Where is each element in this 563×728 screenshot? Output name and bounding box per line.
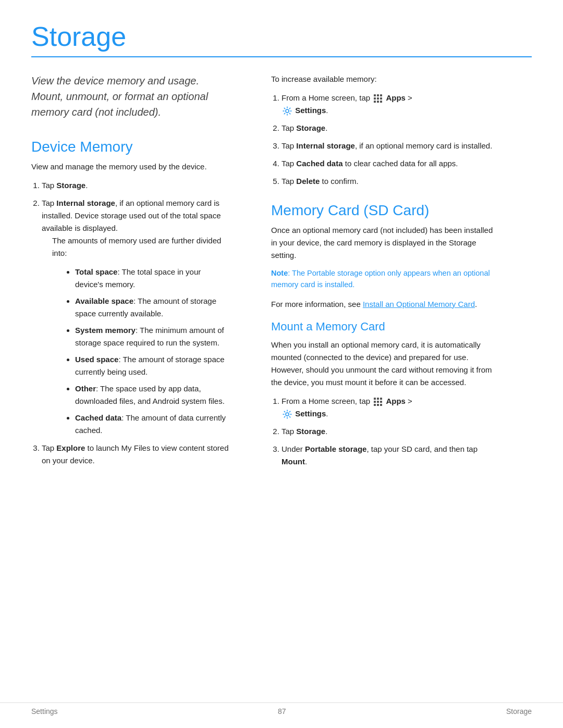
svg-rect-16 [374,404,376,406]
page: Storage View the device memory and usage… [0,0,563,728]
list-item: Other: The space used by app data, downl… [75,382,229,408]
apps-icon [373,94,383,103]
intro-text: View the device memory and usage. Mount,… [31,73,229,120]
device-memory-title: Device Memory [31,139,229,155]
footer-right: Storage [506,707,532,715]
other-bold: Other [75,384,96,393]
list-item: Under Portable storage, tap your SD card… [282,443,500,468]
available-space-bold: Available space [75,297,133,305]
two-column-layout: View the device memory and usage. Mount,… [0,73,563,474]
internal-storage-bold: Internal storage [56,199,115,207]
title-divider [31,56,532,57]
storage-bold-1: Storage [56,181,85,190]
list-item: Tap Storage. [282,122,500,134]
svg-point-19 [286,413,289,416]
svg-rect-10 [374,398,376,400]
svg-rect-4 [377,97,379,100]
list-item: Tap Internal storage, if an optional mem… [282,140,500,152]
list-item: Cached data: The amount of data currentl… [75,412,229,437]
used-space-bold: Used space [75,355,118,364]
indent-block: The amounts of memory used are further d… [52,235,229,437]
settings-label-2: Settings [295,409,326,418]
left-column: View the device memory and usage. Mount,… [0,73,250,474]
svg-rect-11 [377,398,379,400]
settings-icon [283,106,292,116]
svg-rect-12 [380,398,382,400]
svg-rect-17 [377,404,379,406]
portable-storage-bold: Portable storage [305,445,366,453]
memory-card-sd-description: Once an optional memory card (not includ… [271,224,500,262]
install-optional-link[interactable]: Install an Optional Memory Card [363,300,475,309]
bullet-list: Total space: The total space in your dev… [63,266,229,437]
list-item: Tap Delete to confirm. [282,175,500,188]
svg-rect-6 [374,101,376,103]
list-item: From a Home screen, tap Apps > [282,395,500,420]
list-item: Tap Internal storage, if an optional mem… [42,197,229,437]
system-memory-bold: System memory [75,326,136,335]
right-column: To increase available memory: From a Hom… [250,73,532,474]
list-item: System memory: The minimum amount of sto… [75,324,229,349]
list-item: Available space: The amount of storage s… [75,295,229,320]
cached-data-bold: Cached data [75,413,121,422]
mount-memory-title: Mount a Memory Card [271,320,500,334]
increase-memory-steps: From a Home screen, tap Apps > [271,92,500,188]
list-item: From a Home screen, tap Apps > [282,92,500,117]
indent-para: The amounts of memory used are further d… [52,235,229,260]
settings-label: Settings [295,106,326,115]
svg-rect-1 [377,94,379,96]
svg-rect-8 [380,101,382,103]
svg-rect-3 [374,97,376,100]
total-space-bold: Total space [75,267,117,276]
delete-bold: Delete [296,177,320,186]
footer: Settings 87 Storage [0,702,563,715]
mount-bold: Mount [282,457,305,466]
cached-data-bold-2: Cached data [296,159,342,168]
list-item: Tap Storage. [282,425,500,438]
svg-rect-2 [380,94,382,96]
svg-rect-14 [377,401,379,403]
svg-rect-5 [380,97,382,100]
footer-center: 87 [278,707,286,715]
see-also-text: For more information, see Install an Opt… [271,298,500,311]
list-item: Tap Storage. [42,179,229,192]
svg-rect-15 [380,401,382,403]
mount-memory-description: When you install an optional memory card… [271,339,500,389]
increase-memory-intro: To increase available memory: [271,73,500,85]
svg-point-9 [286,109,289,113]
list-item: Used space: The amount of storage space … [75,353,229,378]
device-memory-description: View and manage the memory used by the d… [31,161,229,173]
storage-bold-2: Storage [296,124,325,132]
apps-icon-2 [373,397,383,406]
device-memory-steps: Tap Storage. Tap Internal storage, if an… [31,179,229,467]
settings-icon-2 [283,410,292,419]
list-item: Total space: The total space in your dev… [75,266,229,291]
note-text: Note: The Portable storage option only a… [271,268,500,291]
apps-label: Apps [386,93,406,102]
list-item: Tap Explore to launch My Files to view c… [42,442,229,467]
memory-card-sd-title: Memory Card (SD Card) [271,202,500,219]
page-title: Storage [31,21,532,52]
svg-rect-13 [374,401,376,403]
svg-rect-0 [374,94,376,96]
apps-label-2: Apps [386,397,406,405]
mount-memory-steps: From a Home screen, tap Apps > [271,395,500,468]
footer-left: Settings [31,707,58,715]
svg-rect-7 [377,101,379,103]
internal-storage-bold-2: Internal storage [296,141,355,150]
header-section: Storage [0,0,563,57]
note-bold: Note [271,269,288,277]
list-item: Tap Cached data to clear cached data for… [282,157,500,170]
storage-bold-3: Storage [296,427,325,436]
explore-bold: Explore [56,443,85,452]
svg-rect-18 [380,404,382,406]
